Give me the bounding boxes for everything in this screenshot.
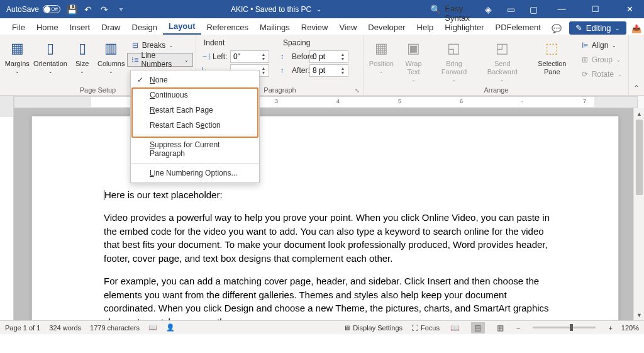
zoom-level[interactable]: 120%	[621, 324, 639, 332]
bring-forward-icon: ◱	[444, 38, 464, 59]
qat-customize-icon[interactable]: ▿	[116, 4, 126, 14]
breaks-button[interactable]: ⊟Breaks⌄	[127, 38, 193, 52]
bring-forward-button: ◱Bring Forward⌄	[431, 37, 477, 84]
scroll-up-icon[interactable]: ▲	[634, 108, 644, 119]
paragraph-label: Paragraph	[264, 86, 296, 94]
tab-help[interactable]: Help	[411, 20, 440, 35]
window-options-icon[interactable]: ▭	[502, 0, 519, 18]
size-icon: ▯	[72, 38, 92, 59]
web-layout-icon[interactable]: ▦	[494, 322, 508, 333]
document-area: Here is our text placeholder: Video prov…	[0, 108, 644, 320]
tab-developer[interactable]: Developer	[362, 20, 411, 35]
tab-references[interactable]: References	[201, 20, 254, 35]
breaks-icon: ⊟	[131, 41, 140, 50]
zoom-in-button[interactable]: +	[608, 324, 612, 332]
dd-restart-page[interactable]: Restart Each Page	[131, 103, 259, 118]
char-count[interactable]: 1779 characters	[90, 324, 140, 332]
line-numbers-button[interactable]: ⁝≡Line Numbers⌄	[127, 53, 193, 67]
columns-button[interactable]: ▥Columns⌄	[96, 37, 127, 76]
rotate-button: ⟳Rotate⌄	[577, 67, 626, 81]
accessibility-icon[interactable]: 👤	[166, 323, 175, 332]
spell-check-icon[interactable]: 📖	[148, 323, 157, 332]
tab-pdfelement[interactable]: PDFelement	[490, 20, 547, 35]
position-icon: ▦	[371, 38, 391, 59]
para-1: Here is our text placeholder:	[104, 189, 223, 200]
tab-mailings[interactable]: Mailings	[254, 20, 296, 35]
scroll-down-icon[interactable]: ▼	[634, 310, 644, 320]
display-settings[interactable]: 🖥 Display Settings	[343, 324, 402, 332]
indent-label: Indent	[199, 37, 278, 50]
undo-icon[interactable]: ↶	[83, 4, 93, 14]
read-mode-icon[interactable]: 📖	[448, 322, 462, 333]
ribbon: ▦Margins⌄ ▯Orientation⌄ ▯Size⌄ ▥Columns⌄…	[0, 35, 644, 96]
spacing-after-icon: ↕	[280, 66, 284, 74]
ribbon-display-icon[interactable]: ▢	[525, 0, 542, 18]
print-layout-icon[interactable]: ▤	[471, 322, 485, 333]
paragraph-launcher-icon[interactable]: ⤡	[355, 87, 360, 94]
minimize-button[interactable]: —	[547, 0, 576, 18]
save-icon[interactable]: 💾	[67, 4, 77, 14]
group-button: ⊞Group⌄	[577, 53, 626, 67]
rotate-icon: ⟳	[580, 70, 589, 79]
redo-icon[interactable]: ↷	[99, 4, 109, 14]
tab-syntax-highlighter[interactable]: Easy Syntax Highlighter	[439, 1, 489, 35]
comments-button[interactable]: 💬	[547, 23, 567, 35]
horizontal-ruler[interactable]: 1 2 3 4 5 6 · 7	[14, 96, 638, 108]
tab-design[interactable]: Design	[126, 20, 163, 35]
indent-left-input[interactable]: ▲▼	[230, 50, 269, 63]
para-3: For example, you can add a matching cove…	[104, 274, 559, 320]
size-button[interactable]: ▯Size⌄	[69, 37, 96, 76]
share-button[interactable]: 📤 ⌄	[626, 23, 645, 35]
dd-restart-section[interactable]: Restart Each Section	[131, 118, 259, 133]
spacing-after-input[interactable]: ▲▼	[309, 64, 348, 77]
send-backward-button: ◰Send Backward⌄	[477, 37, 528, 84]
before-label: Before:	[292, 52, 316, 61]
tab-home[interactable]: Home	[31, 20, 64, 35]
autosave-toggle[interactable]: AutoSave Off	[6, 5, 60, 14]
tab-selector[interactable]	[0, 96, 14, 108]
margins-button[interactable]: ▦Margins⌄	[3, 37, 31, 76]
statusbar: Page 1 of 1 324 words 1779 characters 📖 …	[0, 320, 644, 334]
title-chevron-icon[interactable]: ⌄	[316, 6, 321, 13]
maximize-button[interactable]: ☐	[581, 0, 610, 18]
align-button[interactable]: ⊫Align⌄	[577, 38, 626, 52]
tab-draw[interactable]: Draw	[96, 20, 126, 35]
orientation-icon: ▯	[40, 38, 60, 59]
margins-icon: ▦	[7, 38, 27, 59]
dd-none-rest: one	[155, 76, 168, 84]
after-label: After:	[292, 66, 310, 75]
page-setup-label: Page Setup	[80, 86, 116, 94]
dd-options[interactable]: Line Numbering Options...	[131, 165, 259, 181]
zoom-out-button[interactable]: −	[516, 324, 520, 332]
tab-layout[interactable]: Layout	[163, 19, 201, 35]
orientation-button[interactable]: ▯Orientation⌄	[31, 37, 69, 76]
collapse-ribbon-icon[interactable]: ⌃	[629, 35, 644, 95]
dd-none[interactable]: ✓None	[131, 72, 259, 87]
dd-continuous[interactable]: Continuous	[131, 87, 259, 103]
group-arrange: ▦Position⌄ ▣Wrap Text⌄ ◱Bring Forward⌄ ◰…	[364, 35, 629, 95]
page[interactable]: Here is our text placeholder: Video prov…	[31, 116, 619, 320]
left-label: Left:	[213, 52, 227, 61]
titlebar: AutoSave Off 💾 ↶ ↷ ▿ AKIC • Saved to thi…	[0, 0, 644, 18]
document-scroll[interactable]: Here is our text placeholder: Video prov…	[14, 108, 633, 320]
send-backward-icon: ◰	[492, 38, 513, 59]
dd-suppress[interactable]: Suppress for Current Paragraph	[131, 137, 259, 161]
tab-view[interactable]: View	[333, 20, 362, 35]
page-count[interactable]: Page 1 of 1	[5, 324, 40, 332]
selection-pane-button[interactable]: ⬚Selection Pane	[528, 37, 577, 77]
editing-mode-button[interactable]: ✎ Editing ⌄	[569, 21, 626, 35]
zoom-slider[interactable]	[533, 327, 596, 328]
tab-insert[interactable]: Insert	[64, 20, 96, 35]
tab-file[interactable]: File	[6, 20, 31, 35]
vertical-scrollbar[interactable]: ▲ ▼	[633, 108, 644, 320]
scroll-thumb[interactable]	[636, 120, 643, 195]
tab-review[interactable]: Review	[296, 20, 334, 35]
close-button[interactable]: ✕	[615, 0, 644, 18]
line-numbers-icon: ⁝≡	[131, 55, 139, 64]
vertical-ruler[interactable]	[0, 108, 14, 320]
focus-mode[interactable]: ⛶ Focus	[411, 324, 440, 332]
position-button: ▦Position⌄	[367, 37, 396, 76]
indent-left-icon: →|	[201, 52, 210, 60]
word-count[interactable]: 324 words	[49, 324, 81, 332]
document-title: AKIC • Saved to this PC	[231, 5, 311, 14]
